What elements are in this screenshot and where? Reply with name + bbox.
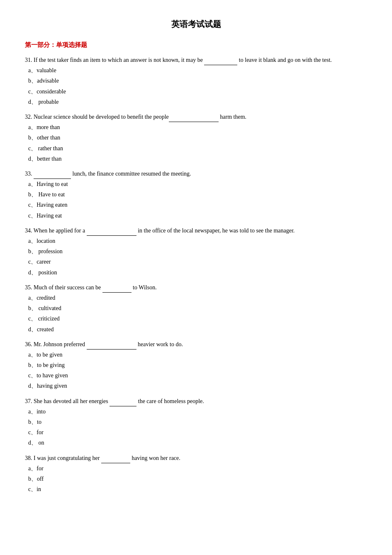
- q37-option-a: a、into: [28, 406, 367, 417]
- q37-option-b: b、to: [28, 417, 367, 427]
- q36-option-a: a、to be given: [28, 350, 367, 360]
- q35-option-d: d、created: [28, 324, 367, 335]
- q31-option-d: d、 probable: [28, 97, 367, 107]
- q36-blank: [87, 339, 136, 350]
- q37-number: 37.: [25, 398, 32, 404]
- q37-option-c: c、for: [28, 427, 367, 438]
- q33-option-a: a、Having to eat: [28, 179, 367, 189]
- q34-number: 34.: [25, 227, 32, 234]
- q37-blank: [110, 396, 136, 406]
- q35-text: 35. Much of their success can be to Wils…: [25, 282, 367, 293]
- q34-option-a: a、location: [28, 236, 367, 246]
- q34-option-c: c、career: [28, 257, 367, 267]
- q33-blank: [34, 168, 71, 179]
- q31-number: 31.: [25, 57, 32, 63]
- q36-option-c: c、to have given: [28, 370, 367, 381]
- q37-option-d: d、 on: [28, 438, 367, 448]
- q32-option-c: c、 rather than: [28, 143, 367, 154]
- q32-text: 32. Nuclear science should be developed …: [25, 111, 367, 122]
- q38-blank: [101, 452, 130, 463]
- q33-number: 33.: [25, 171, 32, 177]
- section-title: 第一部分：单项选择题: [25, 39, 367, 50]
- question-32: 32. Nuclear science should be developed …: [25, 111, 367, 164]
- q35-option-c: c、 criticized: [28, 313, 367, 324]
- q36-option-b: b、to be giving: [28, 360, 367, 370]
- q31-option-a: a、valuable: [28, 65, 367, 76]
- q33-option-c: c、Having eaten: [28, 200, 367, 210]
- question-38: 38. I was just congratulating her having…: [25, 452, 367, 495]
- page-title: 英语考试试题: [25, 17, 367, 32]
- q32-option-d: d、better than: [28, 154, 367, 164]
- q38-option-c: c、in: [28, 484, 367, 494]
- question-35: 35. Much of their success can be to Wils…: [25, 282, 367, 335]
- q36-number: 36.: [25, 341, 32, 347]
- q33-option-c2: c、Having eat: [28, 210, 367, 221]
- q32-option-a: a、more than: [28, 122, 367, 132]
- q35-number: 35.: [25, 284, 32, 291]
- q35-blank: [102, 282, 131, 293]
- question-34: 34. When he applied for a in the office …: [25, 225, 367, 278]
- q31-text: 31. If the test taker finds an item to w…: [25, 54, 367, 65]
- q38-text: 38. I was just congratulating her having…: [25, 452, 367, 463]
- q32-number: 32.: [25, 114, 32, 120]
- q35-option-b: b、 cultivated: [28, 303, 367, 313]
- q35-option-a: a、credited: [28, 293, 367, 303]
- q31-blank: [204, 54, 237, 65]
- q34-blank: [87, 225, 136, 236]
- question-33: 33. lunch, the finance committee resumed…: [25, 168, 367, 221]
- q33-option-b: b、 Have to eat: [28, 189, 367, 200]
- question-31: 31. If the test taker finds an item to w…: [25, 54, 367, 107]
- q34-option-b: b、 profession: [28, 246, 367, 257]
- q38-number: 38.: [25, 455, 32, 461]
- q31-option-c: c、considerable: [28, 86, 367, 97]
- q36-option-d: d、having given: [28, 381, 367, 391]
- q38-option-b: b、off: [28, 474, 367, 484]
- q32-blank: [169, 111, 219, 122]
- q34-text: 34. When he applied for a in the office …: [25, 225, 367, 236]
- q32-option-b: b、other than: [28, 132, 367, 143]
- q37-text: 37. She has devoted all her energies the…: [25, 396, 367, 406]
- q36-text: 36. Mr. Johnson preferred heavier work t…: [25, 339, 367, 350]
- q31-option-b: b、advisable: [28, 76, 367, 86]
- question-36: 36. Mr. Johnson preferred heavier work t…: [25, 339, 367, 391]
- questions-container: 31. If the test taker finds an item to w…: [25, 54, 367, 494]
- q34-option-d: d、 position: [28, 267, 367, 278]
- question-37: 37. She has devoted all her energies the…: [25, 396, 367, 448]
- q38-option-a: a、for: [28, 463, 367, 474]
- q33-text: 33. lunch, the finance committee resumed…: [25, 168, 367, 179]
